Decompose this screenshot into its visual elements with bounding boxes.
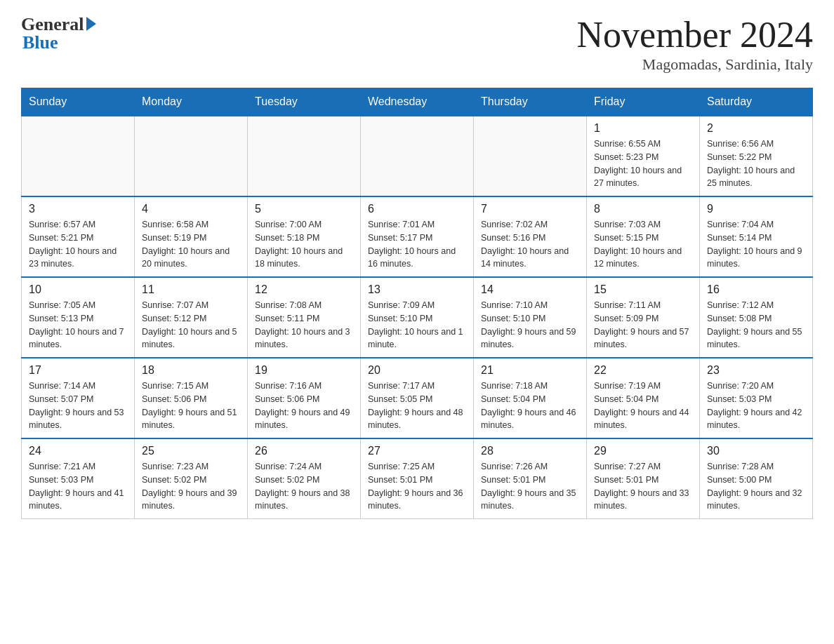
day-info: Sunrise: 7:24 AM Sunset: 5:02 PM Dayligh… (255, 460, 353, 513)
calendar-cell (135, 116, 248, 196)
day-info: Sunrise: 7:15 AM Sunset: 5:06 PM Dayligh… (142, 380, 240, 432)
weekday-header: Thursday (474, 88, 587, 116)
weekday-header: Wednesday (361, 88, 474, 116)
calendar-week-row: 24Sunrise: 7:21 AM Sunset: 5:03 PM Dayli… (22, 438, 813, 519)
day-info: Sunrise: 7:20 AM Sunset: 5:03 PM Dayligh… (707, 380, 805, 432)
day-info: Sunrise: 6:58 AM Sunset: 5:19 PM Dayligh… (142, 218, 240, 271)
day-number: 2 (707, 122, 805, 135)
calendar-cell: 16Sunrise: 7:12 AM Sunset: 5:08 PM Dayli… (700, 277, 813, 358)
calendar-cell: 26Sunrise: 7:24 AM Sunset: 5:02 PM Dayli… (248, 438, 361, 519)
day-number: 10 (29, 283, 127, 296)
day-info: Sunrise: 7:02 AM Sunset: 5:16 PM Dayligh… (481, 218, 579, 271)
calendar-cell: 2Sunrise: 6:56 AM Sunset: 5:22 PM Daylig… (700, 116, 813, 196)
calendar-cell: 12Sunrise: 7:08 AM Sunset: 5:11 PM Dayli… (248, 277, 361, 358)
day-number: 27 (368, 445, 466, 457)
calendar-week-row: 1Sunrise: 6:55 AM Sunset: 5:23 PM Daylig… (22, 116, 813, 196)
day-number: 9 (707, 203, 805, 215)
calendar-week-row: 17Sunrise: 7:14 AM Sunset: 5:07 PM Dayli… (22, 358, 813, 438)
calendar-cell: 29Sunrise: 7:27 AM Sunset: 5:01 PM Dayli… (587, 438, 700, 519)
calendar-header-row: SundayMondayTuesdayWednesdayThursdayFrid… (22, 88, 813, 116)
title-block: November 2024 Magomadas, Sardinia, Italy (577, 14, 813, 74)
calendar-subtitle: Magomadas, Sardinia, Italy (577, 55, 813, 74)
day-number: 12 (255, 283, 353, 296)
day-info: Sunrise: 7:07 AM Sunset: 5:12 PM Dayligh… (142, 299, 240, 351)
day-info: Sunrise: 7:27 AM Sunset: 5:01 PM Dayligh… (594, 460, 692, 513)
day-info: Sunrise: 7:03 AM Sunset: 5:15 PM Dayligh… (594, 218, 692, 271)
day-info: Sunrise: 7:12 AM Sunset: 5:08 PM Dayligh… (707, 299, 805, 351)
day-info: Sunrise: 7:01 AM Sunset: 5:17 PM Dayligh… (368, 218, 466, 271)
calendar-cell: 1Sunrise: 6:55 AM Sunset: 5:23 PM Daylig… (587, 116, 700, 196)
day-number: 19 (255, 364, 353, 377)
day-number: 16 (707, 283, 805, 296)
calendar-cell: 22Sunrise: 7:19 AM Sunset: 5:04 PM Dayli… (587, 358, 700, 438)
calendar-cell: 21Sunrise: 7:18 AM Sunset: 5:04 PM Dayli… (474, 358, 587, 438)
calendar-cell: 18Sunrise: 7:15 AM Sunset: 5:06 PM Dayli… (135, 358, 248, 438)
calendar-cell: 7Sunrise: 7:02 AM Sunset: 5:16 PM Daylig… (474, 196, 587, 277)
day-number: 17 (29, 364, 127, 377)
day-number: 7 (481, 203, 579, 215)
day-number: 4 (142, 203, 240, 215)
day-info: Sunrise: 7:28 AM Sunset: 5:00 PM Dayligh… (707, 460, 805, 513)
day-info: Sunrise: 7:18 AM Sunset: 5:04 PM Dayligh… (481, 380, 579, 432)
calendar-cell (474, 116, 587, 196)
day-info: Sunrise: 7:21 AM Sunset: 5:03 PM Dayligh… (29, 460, 127, 513)
day-info: Sunrise: 7:04 AM Sunset: 5:14 PM Dayligh… (707, 218, 805, 271)
day-number: 24 (29, 445, 127, 457)
calendar-cell: 14Sunrise: 7:10 AM Sunset: 5:10 PM Dayli… (474, 277, 587, 358)
calendar-cell: 10Sunrise: 7:05 AM Sunset: 5:13 PM Dayli… (22, 277, 135, 358)
calendar-cell: 4Sunrise: 6:58 AM Sunset: 5:19 PM Daylig… (135, 196, 248, 277)
day-number: 22 (594, 364, 692, 377)
weekday-header: Monday (135, 88, 248, 116)
day-number: 20 (368, 364, 466, 377)
day-info: Sunrise: 7:23 AM Sunset: 5:02 PM Dayligh… (142, 460, 240, 513)
calendar-cell: 11Sunrise: 7:07 AM Sunset: 5:12 PM Dayli… (135, 277, 248, 358)
day-number: 18 (142, 364, 240, 377)
day-info: Sunrise: 7:14 AM Sunset: 5:07 PM Dayligh… (29, 380, 127, 432)
calendar-cell (22, 116, 135, 196)
day-info: Sunrise: 6:55 AM Sunset: 5:23 PM Dayligh… (594, 137, 692, 190)
day-number: 14 (481, 283, 579, 296)
calendar-cell (361, 116, 474, 196)
day-info: Sunrise: 7:08 AM Sunset: 5:11 PM Dayligh… (255, 299, 353, 351)
day-number: 13 (368, 283, 466, 296)
day-info: Sunrise: 7:17 AM Sunset: 5:05 PM Dayligh… (368, 380, 466, 432)
day-number: 6 (368, 203, 466, 215)
calendar-cell: 25Sunrise: 7:23 AM Sunset: 5:02 PM Dayli… (135, 438, 248, 519)
calendar-cell: 23Sunrise: 7:20 AM Sunset: 5:03 PM Dayli… (700, 358, 813, 438)
day-info: Sunrise: 6:57 AM Sunset: 5:21 PM Dayligh… (29, 218, 127, 271)
day-number: 15 (594, 283, 692, 296)
calendar-cell: 9Sunrise: 7:04 AM Sunset: 5:14 PM Daylig… (700, 196, 813, 277)
calendar-week-row: 3Sunrise: 6:57 AM Sunset: 5:21 PM Daylig… (22, 196, 813, 277)
day-info: Sunrise: 7:26 AM Sunset: 5:01 PM Dayligh… (481, 460, 579, 513)
day-number: 23 (707, 364, 805, 377)
calendar-table: SundayMondayTuesdayWednesdayThursdayFrid… (21, 88, 813, 519)
day-number: 21 (481, 364, 579, 377)
calendar-cell: 8Sunrise: 7:03 AM Sunset: 5:15 PM Daylig… (587, 196, 700, 277)
day-info: Sunrise: 7:00 AM Sunset: 5:18 PM Dayligh… (255, 218, 353, 271)
day-info: Sunrise: 7:16 AM Sunset: 5:06 PM Dayligh… (255, 380, 353, 432)
calendar-cell: 5Sunrise: 7:00 AM Sunset: 5:18 PM Daylig… (248, 196, 361, 277)
day-info: Sunrise: 7:09 AM Sunset: 5:10 PM Dayligh… (368, 299, 466, 351)
calendar-cell (248, 116, 361, 196)
calendar-cell: 15Sunrise: 7:11 AM Sunset: 5:09 PM Dayli… (587, 277, 700, 358)
day-number: 11 (142, 283, 240, 296)
calendar-cell: 24Sunrise: 7:21 AM Sunset: 5:03 PM Dayli… (22, 438, 135, 519)
day-info: Sunrise: 7:10 AM Sunset: 5:10 PM Dayligh… (481, 299, 579, 351)
calendar-cell: 6Sunrise: 7:01 AM Sunset: 5:17 PM Daylig… (361, 196, 474, 277)
day-number: 30 (707, 445, 805, 457)
day-info: Sunrise: 7:19 AM Sunset: 5:04 PM Dayligh… (594, 380, 692, 432)
day-number: 8 (594, 203, 692, 215)
calendar-cell: 20Sunrise: 7:17 AM Sunset: 5:05 PM Dayli… (361, 358, 474, 438)
logo-arrow-icon (86, 17, 96, 31)
day-number: 26 (255, 445, 353, 457)
weekday-header: Sunday (22, 88, 135, 116)
day-number: 3 (29, 203, 127, 215)
day-info: Sunrise: 7:25 AM Sunset: 5:01 PM Dayligh… (368, 460, 466, 513)
logo: General Blue (21, 14, 96, 53)
page-header: General Blue November 2024 Magomadas, Sa… (21, 14, 813, 74)
weekday-header: Friday (587, 88, 700, 116)
day-number: 5 (255, 203, 353, 215)
day-info: Sunrise: 6:56 AM Sunset: 5:22 PM Dayligh… (707, 137, 805, 190)
day-info: Sunrise: 7:11 AM Sunset: 5:09 PM Dayligh… (594, 299, 692, 351)
day-number: 29 (594, 445, 692, 457)
